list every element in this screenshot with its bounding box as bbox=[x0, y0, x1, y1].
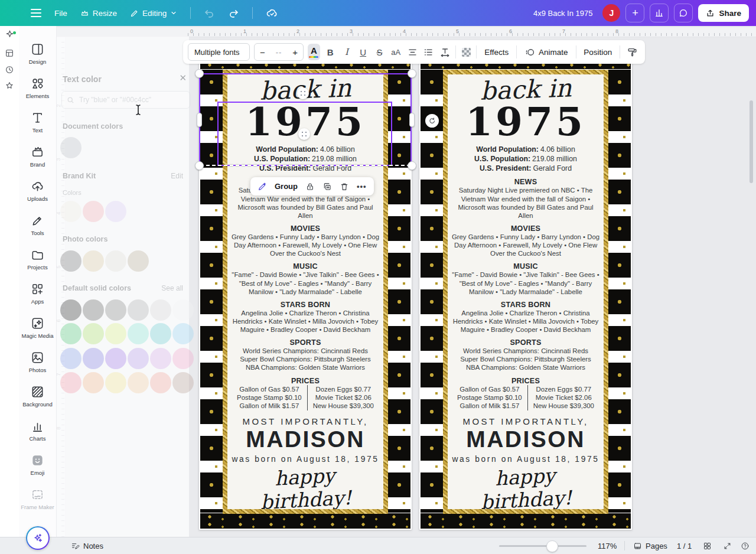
duplicate-icon[interactable] bbox=[322, 182, 332, 191]
color-swatch[interactable] bbox=[105, 250, 126, 272]
position-button[interactable]: Position bbox=[580, 48, 615, 57]
pages-button[interactable]: Pages bbox=[633, 537, 667, 554]
undo-button[interactable] bbox=[204, 8, 215, 19]
color-swatch[interactable] bbox=[60, 201, 82, 222]
more-options-button[interactable]: ••• bbox=[357, 182, 367, 191]
effects-button[interactable]: Effects bbox=[481, 48, 512, 57]
section-movies[interactable]: MOVIES Grey Gardens • Funny Lady • Barry… bbox=[451, 224, 600, 258]
section-sports[interactable]: SPORTS World Series Champions: Cincinnat… bbox=[460, 338, 591, 371]
font-size-value[interactable]: -- bbox=[276, 48, 282, 57]
grid-view-button[interactable] bbox=[703, 537, 712, 554]
share-button[interactable]: Share bbox=[698, 4, 749, 22]
most-importantly-line[interactable]: MOST IMPORTANTLY, bbox=[462, 416, 588, 426]
color-swatch[interactable] bbox=[128, 299, 149, 321]
color-swatch[interactable] bbox=[83, 299, 104, 321]
text-align-button[interactable] bbox=[406, 44, 419, 60]
color-search-input[interactable] bbox=[78, 95, 185, 105]
poster-stats[interactable]: World Population:4.06 billion U.S. Popul… bbox=[474, 145, 577, 174]
section-news[interactable]: NEWS Saturday Night Live premiered on NB… bbox=[451, 178, 600, 220]
notes-button[interactable]: Notes bbox=[71, 537, 103, 554]
section-prices[interactable]: PRICES Gallon of Gas $0.57Postage Stamp … bbox=[452, 377, 599, 410]
color-swatch[interactable] bbox=[83, 323, 104, 344]
color-search-box[interactable] bbox=[61, 91, 190, 109]
color-swatch[interactable] bbox=[83, 250, 104, 272]
section-sports[interactable]: SPORTS World Series Champions: Cincinnat… bbox=[240, 338, 371, 371]
zoom-slider-track[interactable] bbox=[499, 545, 586, 547]
font-selector[interactable]: Multiple fonts bbox=[188, 43, 250, 61]
color-swatch[interactable] bbox=[150, 372, 171, 393]
brand-kit-edit-link[interactable]: Edit bbox=[171, 172, 183, 180]
zoom-slider-knob[interactable] bbox=[546, 540, 558, 552]
avatar[interactable]: J bbox=[602, 4, 620, 22]
color-swatch[interactable] bbox=[105, 348, 126, 369]
section-stars-born[interactable]: STARS BORN Angelina Jolie • Charlize The… bbox=[451, 301, 600, 334]
color-swatch[interactable] bbox=[128, 323, 149, 344]
sidebar-item-uploads[interactable]: Uploads bbox=[19, 174, 57, 208]
group-button[interactable]: Group bbox=[275, 182, 298, 191]
sidebar-item-projects[interactable]: Projects bbox=[19, 242, 57, 276]
color-swatch[interactable] bbox=[83, 372, 104, 393]
sidebar-item-text[interactable]: Text bbox=[19, 105, 57, 139]
color-swatch[interactable] bbox=[83, 201, 104, 222]
color-swatch[interactable] bbox=[128, 250, 149, 272]
rotate-handle[interactable] bbox=[425, 114, 439, 128]
selection-handle-left[interactable] bbox=[197, 113, 202, 127]
animate-button[interactable]: Animate bbox=[521, 47, 572, 58]
color-swatch[interactable] bbox=[83, 348, 104, 369]
text-case-button[interactable]: aA bbox=[390, 44, 402, 60]
color-swatch[interactable] bbox=[105, 372, 126, 393]
color-swatch[interactable] bbox=[60, 250, 82, 272]
most-importantly-line[interactable]: MOST IMPORTANTLY, bbox=[242, 416, 368, 426]
poster-heading-script[interactable]: back in bbox=[480, 74, 572, 105]
delete-icon[interactable] bbox=[340, 182, 349, 191]
selection-handle-top-left[interactable] bbox=[195, 69, 204, 78]
edit-magic-pen-icon[interactable] bbox=[258, 182, 267, 191]
letter-spacing-button[interactable] bbox=[439, 44, 451, 60]
underline-button[interactable]: U bbox=[357, 44, 369, 60]
canva-assistant-button[interactable] bbox=[26, 526, 50, 550]
color-swatch[interactable] bbox=[60, 372, 82, 393]
section-music[interactable]: MUSIC "Fame" - David Bowie • "Jive Talki… bbox=[451, 262, 600, 295]
editing-mode-dropdown[interactable]: Editing bbox=[130, 9, 177, 18]
color-swatch[interactable] bbox=[60, 323, 82, 344]
close-panel-icon[interactable]: ✕ bbox=[179, 73, 187, 82]
color-swatch[interactable] bbox=[150, 348, 171, 369]
resize-button[interactable]: Resize bbox=[80, 9, 117, 18]
color-swatch[interactable] bbox=[172, 299, 194, 321]
copy-style-button[interactable] bbox=[624, 47, 640, 58]
color-swatch[interactable] bbox=[172, 323, 194, 344]
vertical-scrollbar[interactable] bbox=[750, 100, 753, 183]
file-menu[interactable]: File bbox=[54, 9, 67, 18]
sidebar-item-photos[interactable]: Photos bbox=[19, 345, 57, 379]
section-music[interactable]: MUSIC "Fame" - David Bowie • "Jive Talki… bbox=[231, 262, 380, 295]
closing-script[interactable]: happy birthday! bbox=[450, 461, 601, 509]
italic-button[interactable]: I bbox=[340, 44, 353, 60]
drag-move-handle[interactable] bbox=[297, 87, 309, 99]
poster-paper[interactable]: back in 1975 World Population:4.06 billi… bbox=[448, 74, 604, 509]
color-swatch[interactable] bbox=[105, 323, 126, 344]
sidebar-item-tools[interactable]: Tools bbox=[19, 208, 57, 242]
document-title[interactable]: 4x9 Back In 1975 bbox=[533, 9, 592, 18]
bold-button[interactable]: B bbox=[324, 44, 337, 60]
sidebar-item-brand[interactable]: Brand bbox=[19, 139, 57, 174]
color-swatch[interactable] bbox=[60, 348, 82, 369]
see-all-link[interactable]: See all bbox=[161, 284, 183, 292]
insights-icon[interactable] bbox=[650, 4, 669, 22]
lock-icon[interactable] bbox=[305, 182, 315, 191]
selection-handle-bottom-right[interactable] bbox=[408, 161, 416, 170]
help-button[interactable] bbox=[741, 537, 750, 554]
selection-handle-bottom-left[interactable] bbox=[195, 161, 204, 170]
selection-handle-right[interactable] bbox=[409, 113, 415, 127]
sidebar-item-frame-maker[interactable]: Frame Maker bbox=[19, 482, 57, 516]
recent-clock-icon[interactable] bbox=[5, 65, 14, 74]
color-swatch[interactable] bbox=[128, 348, 149, 369]
starred-icon[interactable] bbox=[5, 81, 14, 90]
birthday-name[interactable]: MADISON bbox=[246, 428, 365, 452]
poster-year[interactable]: 1975 bbox=[465, 103, 586, 141]
sidebar-item-emoji[interactable]: Emoji bbox=[19, 448, 57, 482]
sidebar-item-elements[interactable]: Elements bbox=[19, 71, 57, 105]
section-stars-born[interactable]: STARS BORN Angelina Jolie • Charlize The… bbox=[231, 301, 380, 334]
font-size-decrease[interactable]: − bbox=[260, 47, 265, 57]
sidebar-item-design[interactable]: Design bbox=[19, 37, 57, 71]
design-page-2[interactable]: back in 1975 World Population:4.06 billi… bbox=[419, 61, 632, 530]
